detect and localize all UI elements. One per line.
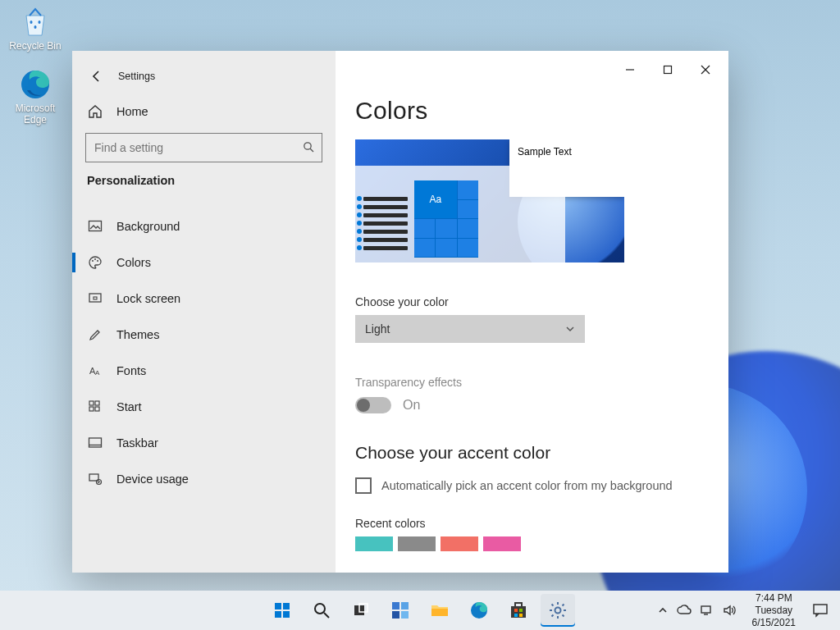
preview-list xyxy=(363,193,408,254)
sidebar-item-start[interactable]: Start xyxy=(72,389,336,425)
svg-rect-32 xyxy=(401,602,409,609)
sidebar-item-label: Fonts xyxy=(116,364,146,377)
svg-rect-37 xyxy=(511,606,526,618)
nav-category: Personalization xyxy=(72,171,336,194)
titlebar: Settings xyxy=(72,59,336,94)
color-swatch[interactable] xyxy=(355,536,393,551)
desktop-icon-edge[interactable]: Microsoft Edge xyxy=(7,67,64,126)
tray-icons[interactable] xyxy=(652,605,742,616)
onedrive-icon[interactable] xyxy=(677,605,692,616)
taskbar-clock[interactable]: 7:44 PM Tuesday 6/15/2021 xyxy=(746,592,802,629)
maximize-button[interactable] xyxy=(650,57,686,82)
home-label: Home xyxy=(116,105,148,118)
svg-point-8 xyxy=(92,260,94,262)
svg-rect-19 xyxy=(89,438,102,447)
svg-rect-42 xyxy=(519,614,523,617)
svg-rect-11 xyxy=(89,294,101,302)
toggle-state-label: On xyxy=(403,398,420,413)
taskbar-icon xyxy=(87,435,103,451)
recent-colors xyxy=(355,536,709,551)
search-input[interactable] xyxy=(85,133,322,162)
sidebar-item-background[interactable]: Background xyxy=(72,208,336,244)
chevron-down-icon xyxy=(565,324,575,334)
svg-rect-31 xyxy=(392,602,399,609)
sidebar-item-label: Taskbar xyxy=(116,436,158,450)
sidebar-item-label: Themes xyxy=(116,328,159,341)
svg-rect-44 xyxy=(701,606,710,613)
svg-rect-35 xyxy=(431,609,448,616)
clock-time: 7:44 PM xyxy=(752,592,796,605)
font-icon: AA xyxy=(87,363,103,379)
sidebar-item-lock-screen[interactable]: Lock screen xyxy=(72,281,336,317)
settings-button[interactable] xyxy=(541,594,575,627)
search-button[interactable] xyxy=(304,594,339,627)
choose-color-select[interactable]: Light xyxy=(355,315,585,343)
minimize-button[interactable] xyxy=(612,57,648,82)
choose-color-label: Choose your color xyxy=(355,295,709,308)
choose-color-value: Light xyxy=(365,322,390,336)
color-swatch[interactable] xyxy=(483,536,521,551)
svg-point-10 xyxy=(97,260,98,262)
svg-rect-2 xyxy=(664,66,672,74)
store-button[interactable] xyxy=(501,594,536,627)
sidebar-item-fonts[interactable]: AA Fonts xyxy=(72,353,336,389)
usage-icon xyxy=(87,471,103,487)
auto-accent-label: Automatically pick an accent color from … xyxy=(381,479,673,492)
file-explorer-button[interactable] xyxy=(422,594,457,627)
network-icon[interactable] xyxy=(700,605,714,616)
window-controls xyxy=(612,57,724,82)
lock-icon xyxy=(87,290,103,307)
sidebar-item-label: Start xyxy=(116,400,142,413)
svg-point-9 xyxy=(94,258,96,260)
grid-icon xyxy=(87,399,103,415)
sample-text: Sample Text xyxy=(518,146,572,158)
sidebar-list: Background Colors Lock screen Themes AA … xyxy=(72,208,336,497)
sidebar-item-themes[interactable]: Themes xyxy=(72,317,336,353)
sidebar-item-colors[interactable]: Colors xyxy=(72,244,336,281)
svg-rect-18 xyxy=(95,407,99,411)
start-button[interactable] xyxy=(265,594,299,627)
close-button[interactable] xyxy=(687,57,724,82)
clock-day: Tuesday xyxy=(752,605,796,617)
transparency-toggle[interactable] xyxy=(355,397,391,413)
auto-accent-checkbox[interactable] xyxy=(355,477,372,494)
sidebar-item-label: Background xyxy=(116,220,180,233)
edge-button[interactable] xyxy=(462,594,496,627)
volume-icon[interactable] xyxy=(723,605,737,616)
color-swatch[interactable] xyxy=(441,536,478,551)
desktop-icon-recycle-bin[interactable]: Recycle Bin xyxy=(7,5,64,52)
brush-icon xyxy=(87,326,103,343)
svg-rect-26 xyxy=(283,611,290,618)
color-swatch[interactable] xyxy=(398,536,436,551)
notifications-button[interactable] xyxy=(806,603,835,618)
edge-icon xyxy=(18,67,52,102)
image-icon xyxy=(87,218,103,235)
sidebar-item-label: Device usage xyxy=(116,472,189,486)
back-button[interactable] xyxy=(85,65,108,88)
svg-rect-39 xyxy=(514,609,518,612)
home-nav[interactable]: Home xyxy=(72,94,336,130)
sidebar-item-taskbar[interactable]: Taskbar xyxy=(72,425,336,461)
color-preview: Sample Text Aa xyxy=(355,139,624,262)
svg-rect-41 xyxy=(514,614,518,617)
desktop: Recycle Bin Microsoft Edge Settings xyxy=(0,0,840,630)
taskbar: 7:44 PM Tuesday 6/15/2021 xyxy=(0,591,840,630)
auto-accent-row[interactable]: Automatically pick an accent color from … xyxy=(355,477,709,494)
palette-icon xyxy=(87,254,103,271)
taskbar-center xyxy=(265,591,575,630)
transparency-label: Transparency effects xyxy=(355,376,709,389)
accent-heading: Choose your accent color xyxy=(355,443,709,463)
sidebar-item-device-usage[interactable]: Device usage xyxy=(72,461,336,497)
toggle-knob xyxy=(357,399,370,412)
task-view-button[interactable] xyxy=(344,594,378,627)
svg-rect-38 xyxy=(515,603,522,607)
svg-rect-12 xyxy=(94,297,97,299)
svg-rect-15 xyxy=(89,401,94,405)
desktop-icons: Recycle Bin Microsoft Edge xyxy=(7,5,64,126)
tray-chevron-icon[interactable] xyxy=(657,605,669,616)
widgets-button[interactable] xyxy=(383,594,418,627)
recent-colors-label: Recent colors xyxy=(355,517,709,530)
svg-rect-33 xyxy=(392,611,399,619)
search-container xyxy=(72,130,336,171)
svg-rect-17 xyxy=(89,407,94,411)
